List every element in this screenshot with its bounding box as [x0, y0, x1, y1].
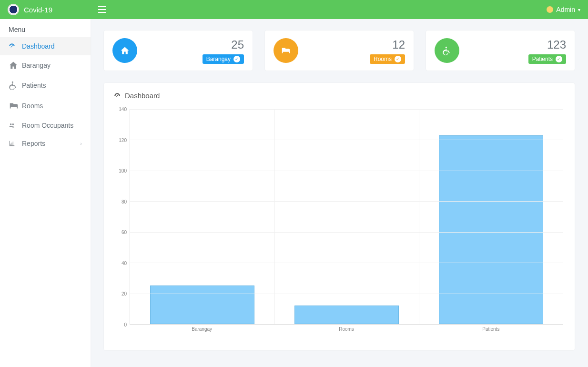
- stat-badge[interactable]: Barangay: [203, 54, 244, 64]
- dashboard-panel: Dashboard 020406080100120140 BarangayRoo…: [104, 83, 575, 350]
- stat-badge-label: Patients: [532, 56, 553, 62]
- chart-bars: [130, 109, 563, 324]
- stat-card-rooms[interactable]: 12Rooms: [265, 31, 414, 71]
- sidebar-menu: DashboardBarangayPatientsRoomsRoom Occup…: [0, 37, 91, 153]
- chart-gridline: [419, 109, 419, 324]
- x-tick-label: Rooms: [339, 326, 354, 332]
- stat-card-barangay[interactable]: 25Barangay: [104, 31, 253, 71]
- sidebar-item-barangay[interactable]: Barangay: [0, 55, 91, 75]
- stat-value: 12: [370, 38, 405, 51]
- sidebar-item-label: Room Occupants: [22, 122, 73, 129]
- y-tick-label: 40: [122, 260, 127, 265]
- y-tick-label: 100: [119, 168, 127, 173]
- chart-plot-area: [130, 109, 563, 325]
- chart-gridline: [274, 109, 275, 324]
- sidebar-item-label: Rooms: [22, 102, 43, 110]
- sidebar-item-patients[interactable]: Patients: [0, 75, 91, 95]
- check-circle-icon: [556, 56, 562, 62]
- y-tick-label: 0: [124, 322, 127, 327]
- dashboard-icon: [9, 43, 16, 50]
- stat-card-patients[interactable]: 123Patients: [426, 31, 575, 71]
- wheelchair-icon: [435, 38, 459, 63]
- stat-cards-row: 25Barangay12Rooms123Patients: [104, 31, 575, 71]
- y-tick-label: 120: [119, 137, 127, 143]
- chart-gridline: [130, 263, 563, 263]
- y-tick-label: 20: [122, 291, 127, 296]
- sidebar-item-label: Barangay: [22, 61, 51, 69]
- sidebar-item-label: Reports: [22, 140, 45, 147]
- stat-value: 25: [203, 38, 244, 51]
- user-avatar-icon: [547, 6, 553, 13]
- stat-badge-label: Rooms: [374, 56, 392, 62]
- chart-x-labels: BarangayRoomsPatients: [130, 326, 563, 336]
- sidebar-item-reports[interactable]: Reports›: [0, 134, 91, 153]
- sidebar-header: Menu: [0, 19, 91, 33]
- chart-icon: [9, 140, 16, 147]
- check-circle-icon: [395, 56, 401, 62]
- home-icon: [112, 38, 137, 63]
- x-tick-label: Patients: [482, 326, 499, 332]
- chart-gridline: [130, 201, 563, 202]
- chart-gridline: [130, 109, 563, 110]
- chevron-right-icon: ›: [80, 141, 82, 146]
- sidebar: Menu DashboardBarangayPatientsRoomsRoom …: [0, 19, 91, 367]
- sidebar-item-label: Patients: [22, 82, 46, 89]
- chart-bar-barangay[interactable]: [150, 285, 254, 324]
- bar-chart: 020406080100120140 BarangayRoomsPatients: [113, 104, 565, 338]
- panel-title-label: Dashboard: [125, 92, 160, 100]
- chart-gridline: [130, 294, 563, 294]
- main-content: 25Barangay12Rooms123Patients Dashboard 0…: [91, 19, 588, 367]
- bed-icon: [274, 38, 298, 63]
- stat-badge[interactable]: Rooms: [370, 54, 405, 64]
- panel-title-row: Dashboard: [113, 92, 565, 100]
- sidebar-item-label: Dashboard: [22, 42, 55, 50]
- x-tick-label: Barangay: [192, 326, 212, 332]
- chart-gridline: [130, 232, 563, 233]
- stat-badge[interactable]: Patients: [528, 54, 566, 64]
- bed-icon: [9, 101, 16, 111]
- chart-gridline: [130, 171, 563, 171]
- brand-logo-icon: [8, 4, 19, 15]
- chart-bar-rooms[interactable]: [294, 306, 398, 324]
- top-navbar: Covid-19 Admin ▾: [0, 0, 588, 19]
- chart-y-axis: 020406080100120140: [113, 109, 130, 325]
- stat-value: 123: [528, 38, 566, 51]
- brand-group[interactable]: Covid-19: [8, 4, 98, 15]
- y-tick-label: 80: [122, 199, 127, 204]
- chart-bar-patients[interactable]: [439, 135, 543, 324]
- user-menu[interactable]: Admin ▾: [547, 6, 580, 13]
- hamburger-icon[interactable]: [98, 6, 106, 13]
- users-icon: [9, 122, 16, 129]
- chart-gridline: [130, 140, 563, 140]
- y-tick-label: 140: [119, 107, 127, 112]
- home-icon: [9, 61, 16, 70]
- sidebar-item-room-occupants[interactable]: Room Occupants: [0, 116, 91, 134]
- user-name-label: Admin: [556, 6, 575, 13]
- stat-badge-label: Barangay: [206, 56, 231, 62]
- dashboard-icon: [113, 92, 121, 99]
- y-tick-label: 60: [122, 230, 127, 235]
- check-circle-icon: [233, 56, 240, 62]
- wheelchair-icon: [9, 81, 16, 90]
- brand-title: Covid-19: [24, 6, 52, 14]
- caret-down-icon: ▾: [578, 7, 580, 12]
- sidebar-item-rooms[interactable]: Rooms: [0, 95, 91, 116]
- sidebar-item-dashboard[interactable]: Dashboard: [0, 37, 91, 55]
